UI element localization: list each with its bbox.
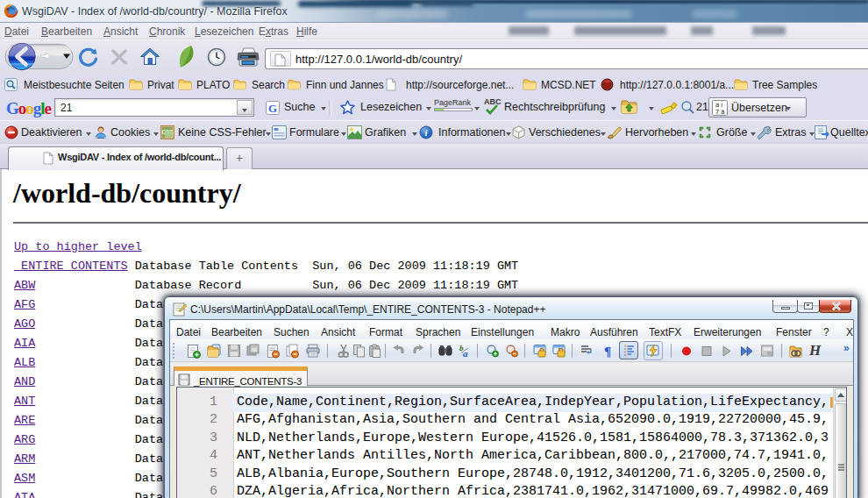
svg-text:¶: ¶ [604,345,611,359]
svg-text:i: i [425,128,428,138]
svg-text:G: G [268,102,277,115]
svg-text:7 ä: 7 ä [715,108,725,116]
